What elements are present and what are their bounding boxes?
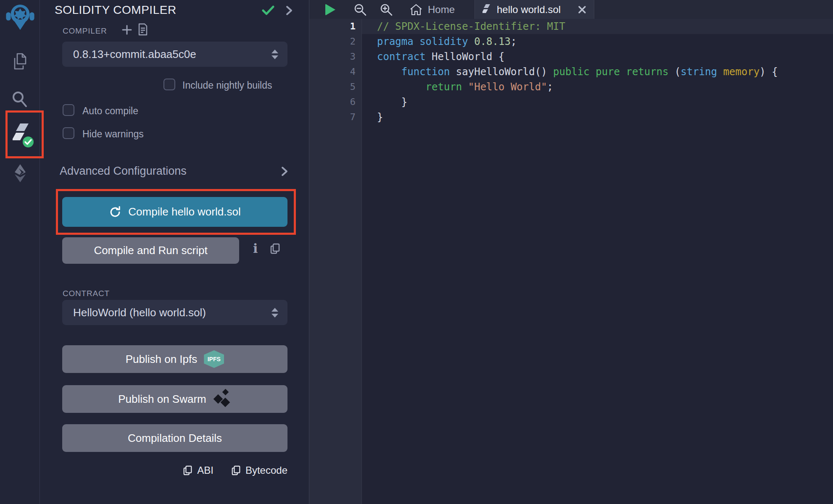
code-line-text[interactable]: // SPDX-License-Identifier: MIT (362, 19, 833, 34)
copy-abi-button[interactable]: ABI (183, 465, 214, 476)
compile-button-label: Compile hello world.sol (128, 205, 240, 218)
include-nightly-label: Include nightly builds (182, 80, 272, 91)
bytecode-label: Bytecode (245, 465, 287, 476)
activity-bar (0, 0, 40, 504)
abi-label: ABI (197, 465, 214, 476)
code-line[interactable]: 4 function sayHelloWorld() public pure r… (309, 64, 833, 79)
code-line[interactable]: 3contract HelloWorld { (309, 49, 833, 64)
publish-swarm-button[interactable]: Publish on Swarm (62, 385, 287, 413)
code-line[interactable]: 6 } (309, 94, 833, 110)
compiler-doc-icon[interactable] (138, 23, 148, 36)
code-line-text[interactable]: function sayHelloWorld() public pure ret… (362, 64, 833, 79)
add-compiler-icon[interactable] (121, 24, 132, 35)
publish-ipfs-button[interactable]: Publish on Ipfs IPFS (62, 345, 287, 373)
code-line[interactable]: 5 return "Hello World"; (309, 79, 833, 94)
select-caret-icon (272, 50, 278, 59)
code-line-text[interactable]: } (362, 110, 833, 125)
copy-icon (231, 465, 241, 476)
line-number[interactable]: 3 (309, 49, 362, 64)
copy-icon[interactable] (270, 243, 281, 255)
artifact-copy-row: ABI Bytecode (62, 465, 287, 476)
code-lines[interactable]: 1// SPDX-License-Identifier: MIT2pragma … (309, 19, 833, 125)
solidity-compiler-icon[interactable] (13, 123, 34, 149)
tab-hello-world-sol[interactable]: hello world.sol (474, 0, 594, 19)
publish-ipfs-label: Publish on Ipfs (126, 353, 198, 366)
solidity-file-icon (482, 4, 492, 16)
info-icon[interactable]: i (253, 241, 258, 256)
code-line-text[interactable]: pragma solidity 0.8.13; (362, 34, 833, 49)
line-number[interactable]: 6 (309, 94, 362, 110)
deploy-run-icon[interactable] (10, 163, 30, 183)
advanced-chevron-icon[interactable] (281, 166, 288, 176)
line-number[interactable]: 7 (309, 110, 362, 125)
editor-area: Home hello world.sol 1// SPDX-License-Id… (309, 0, 833, 504)
panel-collapse-chevron-icon[interactable] (286, 5, 293, 16)
swarm-icon (213, 390, 232, 408)
home-icon (409, 3, 423, 16)
code-line[interactable]: 2pragma solidity 0.8.13; (309, 34, 833, 49)
select-caret-icon (272, 308, 278, 318)
solidity-compiler-panel: SOLIDITY COMPILER COMPILER 0.8.13+commit… (40, 0, 309, 504)
tab-home-label: Home (428, 4, 455, 16)
refresh-icon (109, 206, 121, 218)
ipfs-icon: IPFS (204, 350, 224, 368)
remix-logo[interactable] (5, 2, 35, 31)
hide-warnings-checkbox[interactable] (63, 127, 74, 139)
advanced-configurations-label[interactable]: Advanced Configurations (60, 165, 187, 178)
include-nightly-checkbox[interactable] (163, 79, 175, 90)
copy-icon (183, 465, 193, 476)
contract-select[interactable]: HelloWorld (hello world.sol) (62, 300, 287, 325)
code-line-text[interactable]: return "Hello World"; (362, 79, 833, 94)
panel-title: SOLIDITY COMPILER (55, 3, 177, 17)
close-tab-icon[interactable] (578, 5, 586, 14)
compile-and-run-label: Compile and Run script (94, 244, 207, 257)
file-explorer-icon[interactable] (11, 52, 29, 71)
zoom-out-icon[interactable] (353, 0, 367, 19)
line-number[interactable]: 2 (309, 34, 362, 49)
copy-bytecode-button[interactable]: Bytecode (231, 465, 287, 476)
contract-select-value: HelloWorld (hello world.sol) (73, 306, 206, 319)
contract-section-label: CONTRACT (63, 289, 110, 298)
auto-compile-checkbox[interactable] (63, 104, 74, 116)
line-number[interactable]: 5 (309, 79, 362, 94)
tab-file-label: hello world.sol (497, 4, 561, 16)
hide-warnings-label: Hide warnings (82, 129, 144, 140)
code-line[interactable]: 7} (309, 110, 833, 125)
code-line-text[interactable]: contract HelloWorld { (362, 49, 833, 64)
compiler-version-select[interactable]: 0.8.13+commit.abaa5c0e (62, 42, 287, 67)
search-icon[interactable] (11, 90, 28, 108)
line-number[interactable]: 1 (309, 19, 362, 34)
code-line-text[interactable]: } (362, 94, 833, 110)
auto-compile-label: Auto compile (82, 105, 138, 117)
code-line[interactable]: 1// SPDX-License-Identifier: MIT (309, 19, 833, 34)
compile-and-run-button[interactable]: Compile and Run script (62, 237, 239, 264)
zoom-in-icon[interactable] (379, 0, 393, 19)
remix-ide-window: SOLIDITY COMPILER COMPILER 0.8.13+commit… (0, 0, 833, 504)
editor-tabbar: Home hello world.sol (309, 0, 833, 19)
compile-success-check-icon (262, 5, 274, 16)
run-script-play-icon[interactable] (325, 0, 335, 19)
compilation-details-button[interactable]: Compilation Details (62, 424, 287, 452)
compiler-version-value: 0.8.13+commit.abaa5c0e (73, 48, 196, 61)
compiler-section-label: COMPILER (63, 26, 107, 36)
line-number[interactable]: 4 (309, 64, 362, 79)
tab-home[interactable]: Home (409, 0, 455, 19)
compilation-details-label: Compilation Details (128, 432, 222, 445)
compile-button[interactable]: Compile hello world.sol (62, 197, 287, 227)
publish-swarm-label: Publish on Swarm (118, 393, 206, 406)
